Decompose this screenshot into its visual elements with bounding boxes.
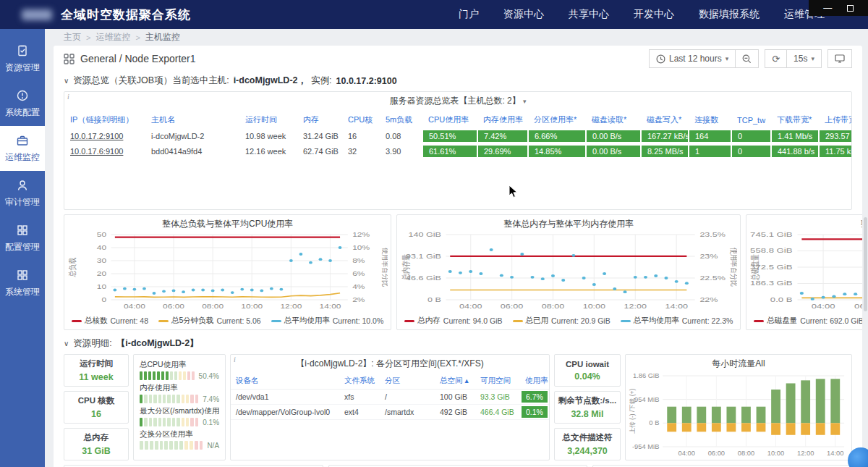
- top-nav-item[interactable]: 数据填报系统: [699, 8, 760, 21]
- host-detail-link[interactable]: 10.0.17.6:9100: [70, 147, 123, 156]
- sidebar-item-运维监控[interactable]: 运维监控: [0, 126, 45, 171]
- overview-col-header[interactable]: 上传带宽*: [819, 112, 852, 128]
- time-range-picker[interactable]: Last 12 hours ▾: [649, 49, 736, 68]
- sidebar-item-label: 资源管理: [5, 62, 40, 74]
- gauge-value: 0.1%: [203, 418, 219, 426]
- partition-col-header[interactable]: 文件系统: [339, 373, 380, 390]
- zoom-out-button[interactable]: [736, 49, 759, 68]
- svg-text:08:00: 08:00: [542, 302, 564, 309]
- legend-current-value: Current: 22.3%: [682, 316, 733, 325]
- info-icon[interactable]: i: [67, 93, 69, 101]
- sidebar: 资源管理系统配置运维监控审计管理配置管理系统管理: [0, 29, 45, 467]
- sidebar-item-系统管理[interactable]: 系统管理: [0, 261, 45, 306]
- breadcrumb-item[interactable]: 运维监控: [95, 31, 130, 43]
- table-cell: 14.85%: [528, 143, 586, 159]
- svg-text:0: 0: [101, 295, 106, 303]
- legend-item[interactable]: 总磁盘量 Current: 692.0 GiB: [754, 316, 862, 326]
- top-nav-item[interactable]: 资源中心: [503, 8, 544, 21]
- legend-series-name: 总平均使用率: [284, 316, 330, 326]
- table-cell: 3.90: [380, 143, 422, 159]
- svg-text:上传 (-) /下载 (+): 上传 (-) /下载 (+): [629, 389, 636, 434]
- svg-text:04:00: 04:00: [459, 302, 482, 309]
- overview-col-header[interactable]: TCP_tw: [731, 112, 771, 128]
- legend-current-value: Current: 48: [111, 316, 149, 325]
- overview-col-header[interactable]: 内存: [297, 112, 342, 128]
- dashboard-header: General / Node Exporter1 Last 12 hours ▾: [54, 46, 862, 72]
- legend-item[interactable]: 总内存 Current: 94.0 GiB: [404, 316, 502, 326]
- overview-col-header[interactable]: CPU使用率: [422, 112, 477, 128]
- partition-col-header[interactable]: 可用空间: [475, 373, 520, 390]
- top-nav-item[interactable]: 开发中心: [634, 8, 674, 21]
- window-maximize-button[interactable]: [847, 5, 854, 12]
- dashboard-title: General / Node Exporter1: [80, 53, 196, 64]
- overview-table: IP（链接到明细）主机名运行时间内存CPU核5m负载CPU使用率内存使用率分区使…: [64, 112, 852, 159]
- clock-icon: [656, 54, 665, 64]
- breadcrumb-item[interactable]: 主页: [64, 31, 81, 43]
- instance-label: 实例:: [311, 75, 331, 87]
- top-nav-item[interactable]: 门户: [459, 8, 479, 21]
- collapse-chevron-icon[interactable]: ∨: [64, 77, 69, 85]
- refresh-icon: ⟳: [772, 54, 780, 64]
- gauge-segment: [149, 418, 152, 426]
- overview-col-header[interactable]: 连接数: [689, 112, 731, 128]
- sidebar-item-系统配置[interactable]: 系统配置: [0, 81, 45, 126]
- partition-table-title: 【i-dcoMjgwLD-2】: 各分区可用空间(EXT.*/XFS): [231, 355, 549, 370]
- gauge-segment: [161, 371, 164, 380]
- overview-col-header[interactable]: CPU核: [342, 112, 380, 128]
- overview-col-header[interactable]: 5m负载: [380, 112, 422, 128]
- chart-panel: 整体总内存与整体平均内存使用率04:0006:0008:0010:0012:00…: [396, 214, 741, 330]
- partition-table: 设备名文件系统分区总空间 ▴可用空间使用率 /dev/vda1xfs/100 G…: [231, 373, 550, 420]
- window-minimize-button[interactable]: —: [823, 4, 832, 12]
- svg-text:10:00: 10:00: [583, 302, 605, 309]
- table-cell: 62.74 GiB: [297, 143, 342, 159]
- sidebar-item-配置管理[interactable]: 配置管理: [0, 216, 45, 261]
- page-scrollbar-thumb[interactable]: [864, 217, 867, 311]
- collapse-chevron-icon[interactable]: ∨: [64, 340, 69, 348]
- gauge-segment: [145, 441, 148, 450]
- overview-col-header[interactable]: 主机名: [145, 112, 239, 128]
- legend-item[interactable]: 总平均使用率 Current: 22.3%: [621, 316, 733, 326]
- top-nav-item[interactable]: 共享中心: [569, 8, 609, 21]
- gauge-segment: [148, 371, 151, 380]
- panel-menu-caret-icon[interactable]: ▾: [523, 98, 527, 105]
- partition-col-header[interactable]: 设备名: [231, 373, 339, 390]
- legend-item[interactable]: 总核数 Current: 48: [72, 316, 148, 326]
- overview-col-header[interactable]: 内存使用率: [477, 112, 528, 128]
- kiosk-mode-button[interactable]: [827, 49, 852, 68]
- grid-icon: [16, 269, 29, 282]
- gauge-value: 50.4%: [199, 372, 219, 380]
- table-cell: ext4: [339, 405, 380, 420]
- overview-col-header[interactable]: 运行时间: [239, 112, 297, 128]
- breadcrumb-item[interactable]: 主机监控: [145, 31, 180, 43]
- partition-col-header[interactable]: 分区: [380, 373, 435, 390]
- sidebar-item-审计管理[interactable]: 审计管理: [0, 171, 45, 216]
- overview-col-header[interactable]: 分区使用率*: [528, 112, 586, 128]
- svg-text:14:00: 14:00: [665, 302, 688, 309]
- legend-item[interactable]: 总5分钟负载 Current: 5.06: [158, 316, 261, 326]
- legend-item[interactable]: 总已用 Current: 20.9 GiB: [513, 316, 610, 326]
- refresh-button[interactable]: ⟳: [765, 49, 787, 68]
- sidebar-item-资源管理[interactable]: 资源管理: [0, 36, 45, 81]
- svg-text:04:00: 04:00: [812, 303, 835, 310]
- refresh-interval-picker[interactable]: 15s ▾: [787, 49, 822, 68]
- overview-col-header[interactable]: 磁盘读取*: [586, 112, 641, 128]
- info-icon[interactable]: i: [234, 355, 236, 363]
- table-cell: 10.0.17.2:9100: [64, 128, 145, 143]
- legend-item[interactable]: 总平均使用率 Current: 10.0%: [271, 316, 384, 326]
- table-cell: 10.98 week: [239, 128, 297, 143]
- partition-col-header[interactable]: 总空间 ▴: [435, 373, 475, 390]
- host-detail-link[interactable]: 10.0.17.2:9100: [70, 132, 123, 140]
- overview-col-header[interactable]: 磁盘写入*: [641, 112, 689, 128]
- partition-col-header[interactable]: 使用率: [520, 373, 550, 390]
- svg-text:4%: 4%: [352, 282, 365, 290]
- overview-table-title: 服务器资源总览表【主机总数: 2】 ▾: [64, 92, 851, 107]
- svg-text:22%: 22%: [700, 295, 718, 303]
- gauge-segment: [163, 395, 166, 403]
- overview-col-header[interactable]: IP（链接到明细）: [64, 112, 145, 128]
- alert-circle-icon: [16, 89, 29, 102]
- table-cell: 11.75 kb/s: [819, 143, 852, 159]
- table-cell: 12.16 week: [239, 143, 297, 159]
- overview-col-header[interactable]: 下载带宽*: [771, 112, 819, 128]
- gauge-segment: [174, 441, 178, 450]
- legend-series-name: 总核数: [85, 316, 108, 326]
